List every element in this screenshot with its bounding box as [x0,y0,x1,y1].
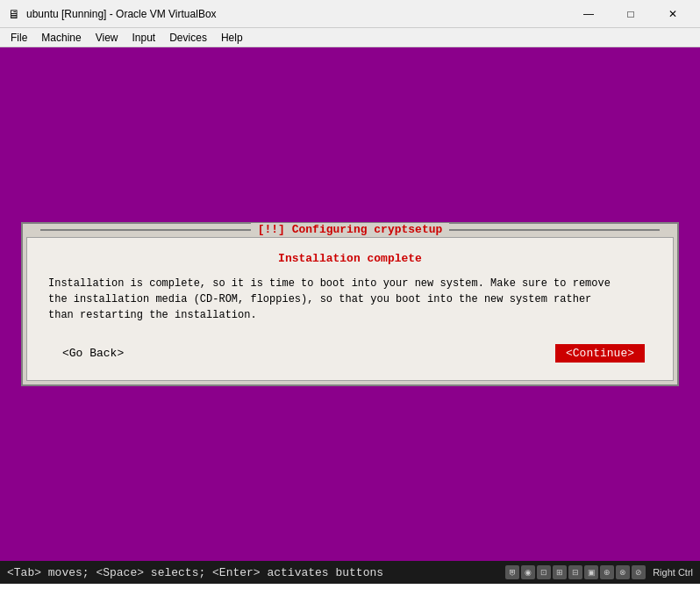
tray-icon-8: ⊗ [616,565,630,579]
tray-icon-6: ▣ [584,565,598,579]
installation-complete-label: Installation complete [48,252,652,265]
continue-button[interactable]: <Continue> [555,344,645,363]
dialog-title-line-left [40,229,251,231]
menu-machine[interactable]: Machine [34,30,88,46]
vm-content: [!!] Configuring cryptsetup Installation… [0,47,700,561]
status-text: <Tab> moves; <Space> selects; <Enter> ac… [7,566,383,579]
maximize-button[interactable]: □ [611,1,651,27]
status-right: ⛨ ◉ ⊡ ⊞ ⊟ ▣ ⊕ ⊗ ⊘ Right Ctrl [505,565,693,579]
dialog-body-text: Installation is complete, so it is time … [48,276,652,323]
tray-icon-2: ◉ [521,565,535,579]
menu-file[interactable]: File [4,30,34,46]
menu-view[interactable]: View [89,30,125,46]
menu-input[interactable]: Input [125,30,163,46]
dialog-title: [!!] Configuring cryptsetup [251,223,450,236]
status-bar: <Tab> moves; <Space> selects; <Enter> ac… [0,561,700,584]
menu-devices[interactable]: Devices [162,30,214,46]
tray-icon-4: ⊞ [553,565,567,579]
right-ctrl-label: Right Ctrl [653,567,693,578]
go-back-button[interactable]: <Go Back> [55,345,131,362]
dialog-title-area: [!!] Configuring cryptsetup [40,223,660,236]
menu-bar: File Machine View Input Devices Help [0,28,700,47]
title-bar: 🖥 ubuntu [Running] - Oracle VM VirtualBo… [0,0,700,28]
dialog-buttons: <Go Back> <Continue> [48,341,652,366]
tray-icon-1: ⛨ [505,565,519,579]
tray-icons: ⛨ ◉ ⊡ ⊞ ⊟ ▣ ⊕ ⊗ ⊘ [505,565,646,579]
tray-icon-3: ⊡ [537,565,551,579]
tray-icon-7: ⊕ [600,565,614,579]
close-button[interactable]: ✕ [653,1,693,27]
dialog: [!!] Configuring cryptsetup Installation… [21,222,679,386]
dialog-content: Installation complete Installation is co… [26,237,674,381]
minimize-button[interactable]: — [568,1,609,27]
title-bar-controls: — □ ✕ [568,1,693,27]
title-bar-text: ubuntu [Running] - Oracle VM VirtualBox [26,8,568,20]
menu-help[interactable]: Help [214,30,250,46]
dialog-title-line-right [449,229,660,231]
tray-icon-5: ⊟ [568,565,582,579]
tray-icon-9: ⊘ [632,565,646,579]
app-icon: 🖥 [7,7,21,21]
